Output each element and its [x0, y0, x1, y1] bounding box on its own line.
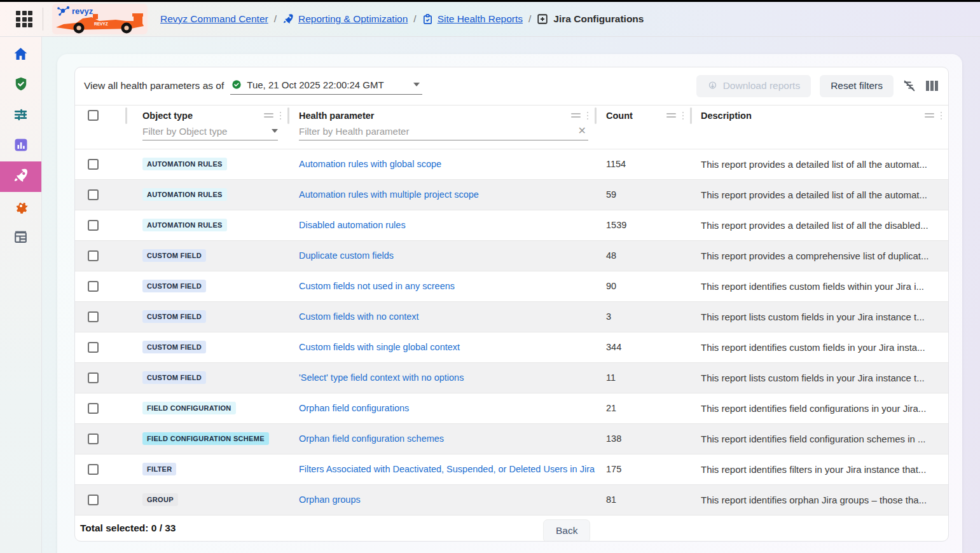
download-reports-button[interactable]: Download reports	[696, 75, 811, 97]
description-text: This report lists custom fields in your …	[701, 311, 925, 322]
row-checkbox[interactable]	[88, 311, 99, 322]
object-type-badge: CUSTOM FIELD	[142, 249, 206, 262]
column-header-object-type[interactable]: Object type	[142, 111, 264, 121]
panel-toolbar: View all health parameters as of Tue, 21…	[75, 67, 948, 105]
table-row[interactable]: FIELD CONFIGURATION Orphan field configu…	[75, 393, 948, 423]
table-row[interactable]: GROUP Orphan groups 81 This report ident…	[75, 484, 948, 515]
home-icon	[13, 46, 29, 64]
row-checkbox[interactable]	[88, 281, 99, 292]
row-checkbox[interactable]	[88, 495, 99, 505]
object-type-badge: AUTOMATION RULES	[142, 219, 227, 231]
sidebar-item-home[interactable]	[0, 39, 41, 70]
health-parameter-link[interactable]: Filters Associated with Deactivated, Sus…	[299, 464, 595, 474]
row-checkbox[interactable]	[88, 372, 99, 383]
table-card-icon	[13, 229, 29, 247]
clear-input-icon[interactable]: ✕	[576, 126, 588, 136]
bar-chart-icon	[13, 137, 29, 155]
health-parameter-link[interactable]: Custom fields with single global context	[299, 342, 460, 352]
column-menu-icon[interactable]	[264, 113, 273, 118]
row-checkbox[interactable]	[88, 464, 99, 475]
columns-icon[interactable]	[925, 79, 939, 92]
reset-filters-button[interactable]: Reset filters	[820, 75, 894, 97]
health-parameter-filter-input[interactable]: Filter by Health parameter ✕	[299, 126, 588, 140]
row-checkbox[interactable]	[88, 220, 99, 231]
health-parameter-link[interactable]: Orphan groups	[299, 495, 361, 505]
left-sidebar	[0, 37, 42, 553]
chevron-down-icon	[272, 129, 278, 133]
health-parameter-link[interactable]: Duplicate custom fields	[299, 250, 394, 261]
revyz-logo[interactable]: revyz REVYZ	[52, 4, 148, 34]
table-row[interactable]: AUTOMATION RULES Disabled automation rul…	[75, 210, 948, 240]
object-type-badge: CUSTOM FIELD	[142, 371, 206, 384]
object-type-badge: FILTER	[142, 463, 176, 475]
table-row[interactable]: CUSTOM FIELD Duplicate custom fields 48 …	[75, 240, 948, 271]
app-grid-icon[interactable]	[16, 11, 32, 27]
table-footer: Total selected: 0 / 33 Back	[75, 515, 948, 541]
table-row[interactable]: AUTOMATION RULES Automation rules with m…	[75, 179, 948, 210]
health-parameter-link[interactable]: Custom fields not used in any screens	[299, 281, 455, 291]
column-menu-icon[interactable]	[925, 113, 934, 118]
sidebar-item-data-manager[interactable]	[0, 222, 41, 253]
sidebar-item-reporting-optimization[interactable]	[0, 161, 41, 192]
table-row[interactable]: AUTOMATION RULES Automation rules with g…	[75, 149, 948, 179]
row-checkbox[interactable]	[88, 403, 99, 414]
column-menu-icon[interactable]	[666, 113, 676, 118]
row-checkbox[interactable]	[88, 342, 99, 353]
breadcrumb: Revyz Command Center / Reporting & Optim…	[160, 13, 644, 25]
plus-square-icon	[537, 13, 548, 25]
count-value: 90	[606, 281, 616, 291]
page-card: View all health parameters as of Tue, 21…	[57, 54, 962, 553]
breadcrumb-link-reporting-optimization[interactable]: Reporting & Optimization	[282, 13, 408, 25]
health-parameter-link[interactable]: 'Select' type field context with no opti…	[299, 372, 464, 383]
column-more-icon[interactable]	[941, 112, 942, 120]
row-checkbox[interactable]	[88, 159, 99, 170]
column-menu-icon[interactable]	[571, 113, 581, 118]
table-row[interactable]: FIELD CONFIGURATION SCHEME Orphan field …	[75, 423, 948, 454]
breadcrumb-link-command-center[interactable]: Revyz Command Center	[160, 13, 268, 25]
clear-filter-icon[interactable]	[902, 79, 916, 93]
health-parameter-link[interactable]: Orphan field configurations	[299, 403, 409, 413]
snapshot-date-select[interactable]: Tue, 21 Oct 2025 22:00:24 GMT	[230, 78, 422, 95]
column-header-description[interactable]: Description	[701, 111, 925, 121]
count-value: 1539	[606, 220, 626, 230]
sidebar-item-admin-settings[interactable]	[0, 192, 41, 222]
table-row[interactable]: FILTER Filters Associated with Deactivat…	[75, 454, 948, 484]
description-text: This report identifies filters in your J…	[701, 464, 926, 475]
back-button[interactable]: Back	[543, 519, 590, 542]
snapshot-date-value: Tue, 21 Oct 2025 22:00:24 GMT	[247, 79, 408, 90]
table-row[interactable]: CUSTOM FIELD 'Select' type field context…	[75, 362, 948, 393]
column-more-icon[interactable]	[280, 112, 282, 120]
health-parameter-link[interactable]: Orphan field configuration schemes	[299, 434, 444, 444]
count-value: 48	[606, 250, 616, 261]
description-text: This report identifies field configurati…	[701, 434, 926, 444]
sidebar-item-analytics[interactable]	[0, 131, 41, 161]
sidebar-item-security[interactable]	[0, 70, 41, 100]
health-parameter-link[interactable]: Automation rules with multiple project s…	[299, 189, 479, 200]
gear-icon	[13, 198, 29, 216]
row-checkbox[interactable]	[88, 189, 99, 200]
table-row[interactable]: CUSTOM FIELD Custom fields not used in a…	[75, 271, 948, 301]
object-type-filter-select[interactable]: Filter by Object type	[142, 126, 278, 140]
view-as-of-label: View all health parameters as of	[84, 80, 224, 92]
health-parameter-link[interactable]: Automation rules with global scope	[299, 159, 441, 169]
object-type-badge: FIELD CONFIGURATION SCHEME	[142, 432, 269, 445]
table-row[interactable]: CUSTOM FIELD Custom fields with no conte…	[75, 301, 948, 332]
select-all-checkbox[interactable]	[88, 110, 99, 121]
count-value: 138	[606, 434, 621, 444]
sidebar-item-settings-sliders[interactable]	[0, 100, 41, 131]
description-text: This report lists custom fields in your …	[701, 372, 925, 383]
count-value: 344	[606, 342, 621, 352]
object-type-badge: AUTOMATION RULES	[142, 188, 227, 201]
column-header-count[interactable]: Count	[606, 111, 666, 121]
svg-text:REVYZ: REVYZ	[94, 22, 108, 26]
breadcrumb-link-site-health-reports[interactable]: Site Health Reports	[422, 13, 523, 25]
health-parameter-link[interactable]: Disabled automation rules	[299, 220, 406, 230]
topbar-divider	[43, 8, 43, 31]
row-checkbox[interactable]	[88, 250, 99, 261]
column-more-icon[interactable]	[587, 112, 589, 120]
health-parameter-link[interactable]: Custom fields with no context	[299, 311, 419, 322]
column-more-icon[interactable]	[682, 112, 684, 120]
column-header-health-parameter[interactable]: Health parameter	[299, 111, 571, 121]
row-checkbox[interactable]	[88, 434, 99, 444]
table-row[interactable]: CUSTOM FIELD Custom fields with single g…	[75, 332, 948, 362]
